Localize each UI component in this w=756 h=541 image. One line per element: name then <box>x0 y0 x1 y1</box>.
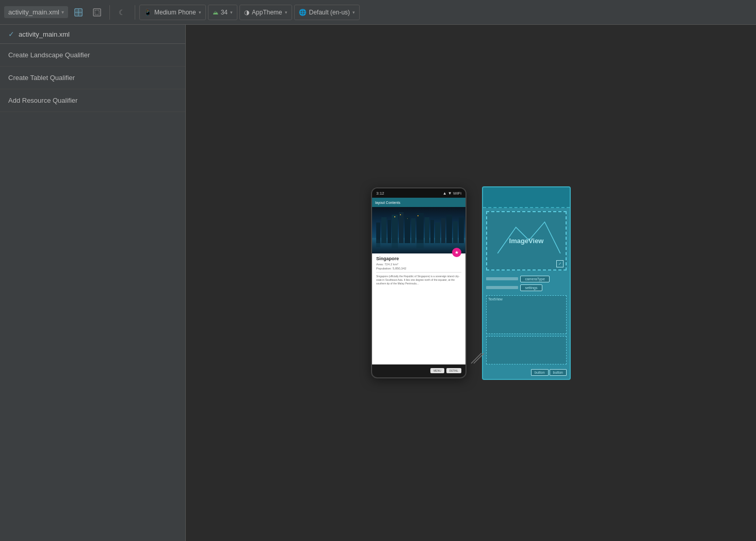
phone-detail-button[interactable]: DETAIL <box>446 368 461 373</box>
device-chevron-icon: ▾ <box>199 10 201 15</box>
toolbar: activity_main.xml ▾ ☾ 📱 Medium Phone ▾ ⛰… <box>0 0 756 25</box>
svg-line-31 <box>474 353 484 363</box>
tablet-bottom-button-1[interactable]: button <box>531 369 548 376</box>
locale-dropdown[interactable]: 🌐 Default (en-us) ▾ <box>294 5 360 20</box>
svg-rect-4 <box>93 9 101 16</box>
city-skyline-svg <box>372 207 465 253</box>
svg-rect-26 <box>407 218 408 219</box>
device-label: Medium Phone <box>154 9 196 16</box>
phone-area-line: Area: 724.2 km² <box>376 263 461 266</box>
svg-rect-18 <box>435 222 440 243</box>
phone-preview: 3:12 ▲ ▼ WiFi layout Contents <box>371 187 467 378</box>
svg-line-30 <box>471 353 481 363</box>
tablet-header <box>483 187 570 208</box>
svg-rect-15 <box>416 213 424 243</box>
svg-rect-11 <box>392 215 398 243</box>
theme-label: AppTheme <box>252 9 282 16</box>
add-resource-qualifier-item[interactable]: Add Resource Qualifier <box>0 89 185 112</box>
theme-dropdown[interactable]: ◑ AppTheme ▾ <box>239 5 292 20</box>
phone-icon: 📱 <box>144 9 152 16</box>
connector-lines <box>469 351 484 368</box>
tablet-settings-btn-row[interactable]: settings <box>520 284 542 291</box>
file-dropdown[interactable]: activity_main.xml ▾ <box>4 6 68 18</box>
tablet-textview-label: TextView <box>488 297 503 301</box>
svg-rect-12 <box>399 212 404 243</box>
phone-title-bar: layout Contents <box>372 198 465 207</box>
locale-chevron-icon: ▾ <box>352 10 355 15</box>
sidebar-menu: ✓ activity_main.xml Create Landscape Qua… <box>0 25 186 541</box>
create-tablet-qualifier-item[interactable]: Create Tablet Qualifier <box>0 67 185 89</box>
svg-rect-9 <box>381 217 387 243</box>
device-dropdown[interactable]: 📱 Medium Phone ▾ <box>139 5 206 20</box>
file-label: activity_main.xml <box>8 8 59 16</box>
file-chevron-icon: ▾ <box>61 9 64 15</box>
svg-rect-13 <box>405 216 410 243</box>
tablet-line-1 <box>486 277 518 280</box>
tablet-text-area-1: TextView <box>486 295 567 334</box>
phone-content-area: Singapore Area: 724.2 km² Population: 5,… <box>372 253 465 364</box>
phone-population-line: Population: 5,850,342 <box>376 267 461 270</box>
phone-fab-button[interactable]: ★ <box>452 248 461 257</box>
tablet-camera-type-btn[interactable]: cameraType <box>520 276 550 282</box>
svg-rect-23 <box>394 216 395 217</box>
active-file-item[interactable]: ✓ activity_main.xml <box>0 25 185 44</box>
phone-status-signal: ▲ ▼ WiFi <box>443 191 461 196</box>
svg-rect-19 <box>441 218 445 243</box>
tablet-image-label: ImageView <box>509 237 544 245</box>
active-file-label: activity_main.xml <box>19 30 70 38</box>
tablet-text-area-2 <box>486 336 567 364</box>
globe-icon: 🌐 <box>299 9 307 16</box>
api-icon: ⛰ <box>213 9 218 15</box>
svg-rect-27 <box>376 240 380 247</box>
svg-rect-5 <box>95 10 99 14</box>
tablet-controls: cameraType settings <box>483 274 570 293</box>
moon-icon: ☾ <box>119 8 125 17</box>
svg-rect-16 <box>425 217 429 243</box>
tablet-control-row-1: cameraType <box>486 276 567 282</box>
svg-rect-28 <box>392 239 398 248</box>
checkmark-icon: ✓ <box>8 30 14 38</box>
theme-chevron-icon: ▾ <box>285 10 287 15</box>
api-dropdown[interactable]: ⛰ 34 ▾ <box>208 5 237 20</box>
blueprint-mode-button[interactable] <box>89 4 105 21</box>
api-label: 34 <box>221 9 228 16</box>
tablet-control-row-2: settings <box>486 284 567 291</box>
tablet-line-2 <box>486 286 518 289</box>
svg-rect-29 <box>416 240 424 248</box>
night-mode-button[interactable]: ☾ <box>114 4 131 21</box>
api-chevron-icon: ▾ <box>230 10 233 15</box>
locale-label: Default (en-us) <box>309 9 350 16</box>
phone-hero-image <box>372 207 465 253</box>
tablet-preview: ImageView ⤢ cameraType settings <box>482 186 571 380</box>
main-layout: ✓ activity_main.xml Create Landscape Qua… <box>0 25 756 541</box>
toolbar-separator-2 <box>135 5 135 20</box>
create-landscape-qualifier-item[interactable]: Create Landscape Qualifier <box>0 44 185 67</box>
phone-app-title: layout Contents <box>375 201 400 204</box>
phone-status-bar: 3:12 ▲ ▼ WiFi <box>372 188 465 198</box>
svg-rect-21 <box>453 221 458 243</box>
connector-svg <box>469 351 484 366</box>
phone-description: Singapore (officially the Republic of Si… <box>376 275 461 285</box>
tablet-bottom-button-2[interactable]: button <box>550 369 567 376</box>
design-icon <box>74 8 83 17</box>
svg-rect-22 <box>459 217 464 243</box>
svg-rect-24 <box>400 214 401 215</box>
tablet-bottom-buttons: button button <box>531 369 567 376</box>
tablet-expand-icon: ⤢ <box>558 262 561 266</box>
phone-action-buttons: MENU DETAIL <box>430 368 461 373</box>
canvas-area: 3:12 ▲ ▼ WiFi layout Contents <box>186 25 756 541</box>
svg-rect-10 <box>388 220 391 243</box>
svg-rect-20 <box>446 215 452 243</box>
design-mode-button[interactable] <box>70 4 87 21</box>
add-resource-qualifier-label: Add Resource Qualifier <box>8 97 77 104</box>
phone-fab-icon: ★ <box>455 250 459 255</box>
phone-status-time: 3:12 <box>376 191 384 196</box>
svg-rect-17 <box>430 220 434 243</box>
tablet-settings-button[interactable]: settings <box>520 284 542 291</box>
svg-rect-25 <box>417 215 419 216</box>
create-landscape-qualifier-label: Create Landscape Qualifier <box>8 51 90 59</box>
tablet-camera-type-button[interactable]: cameraType <box>520 276 550 282</box>
phone-menu-button[interactable]: MENU <box>430 368 444 373</box>
toolbar-separator-1 <box>109 5 110 20</box>
create-tablet-qualifier-label: Create Tablet Qualifier <box>8 74 75 82</box>
